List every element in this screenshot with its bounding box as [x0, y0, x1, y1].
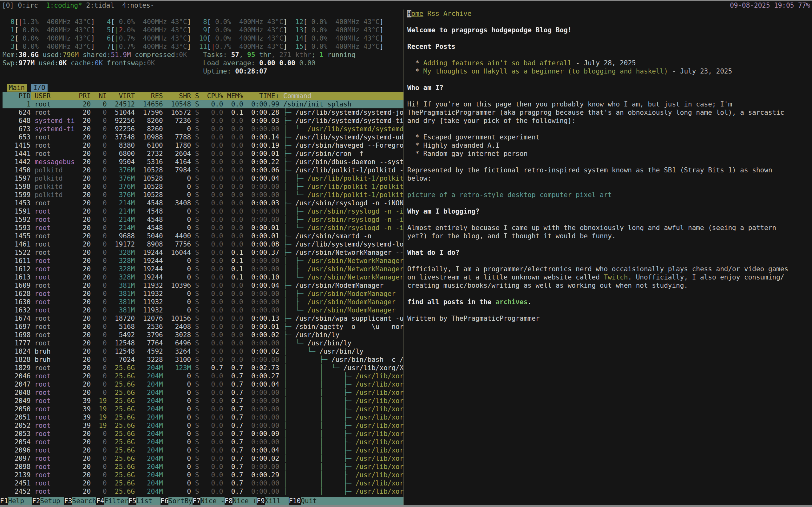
cpu-percent: 1.3% [22, 18, 39, 26]
process-row[interactable]: 1450 polkitd 20 0 376M 10528 7984 S 0.0 … [3, 166, 403, 174]
meter-segment: 57 [231, 51, 239, 59]
column-header-command[interactable]: Command [283, 92, 311, 100]
process-row[interactable]: 1453 root 20 0 214M 4548 3408 S 0.0 0.0 … [3, 199, 403, 207]
process-row[interactable]: 1828 bruh 20 0 7024 3228 3100 S 0.0 0.0 … [3, 355, 403, 364]
tmux-window-segment[interactable]: 2:tidal 4:notes- [82, 2, 154, 9]
fkey-f2[interactable]: F2Setup [32, 497, 64, 505]
column-header-pri[interactable]: PRI [79, 92, 91, 100]
fkey-f9[interactable]: F9Kill [257, 497, 289, 505]
process-row[interactable]: 673 systemd-ti 20 0 92256 8260 0 S 0.0 0… [3, 125, 403, 133]
column-header-s[interactable]: S [195, 92, 199, 100]
cell-command: /usr/lib/xorg [356, 381, 403, 388]
process-row[interactable]: 1611 root 20 0 328M 19244 0 S 0.0 0.1 0:… [3, 257, 403, 265]
process-row[interactable]: 2054 root 20 0 25.6G 204M 0 S 0.0 0.7 0:… [3, 438, 403, 446]
tmux-window-segment[interactable]: 1:coding* [46, 2, 82, 9]
process-row[interactable]: 2049 root 39 19 25.6G 204M 0 S 0.0 0.7 0… [3, 397, 403, 405]
process-row[interactable]: 648 systemd-ti 20 0 92256 8260 7236 S 0.… [3, 117, 403, 125]
column-header-time[interactable]: TIME+ [247, 92, 279, 100]
process-row[interactable]: 653 root 20 0 37348 10988 7788 S 0.0 0.0… [3, 133, 403, 141]
process-row[interactable]: 1 root 20 0 24512 14656 10548 S 0.0 0.0 … [3, 100, 403, 108]
process-row[interactable]: 1777 root 20 0 12548 7764 6496 S 0.0 0.0… [3, 339, 403, 347]
process-row[interactable]: 2452 root 20 0 25.6G 204M 0 S 0.0 0.7 0:… [3, 487, 403, 496]
cell-pri: 20 [79, 389, 91, 397]
browser-line [407, 306, 812, 314]
process-row[interactable]: 1632 root 20 0 381M 11932 0 S 0.0 0.0 0:… [3, 306, 403, 314]
link[interactable]: ome [411, 10, 423, 17]
process-row[interactable]: 2053 root 20 0 25.6G 204M 0 S 0.0 0.7 0:… [3, 430, 403, 438]
fkey-f6[interactable]: F6SortBy [160, 497, 193, 505]
fkey-f8[interactable]: F8Nice + [224, 497, 257, 505]
process-row[interactable]: 1598 polkitd 20 0 376M 10528 0 S 0.0 0.0… [3, 182, 403, 191]
link[interactable]: Rss [427, 10, 439, 17]
cell-ni: 0 [95, 207, 107, 216]
process-row[interactable]: 2052 root 39 19 25.6G 204M 0 S 0.0 0.7 0… [3, 421, 403, 430]
process-row[interactable]: 2098 root 20 0 25.6G 204M 0 S 0.0 0.7 0:… [3, 463, 403, 471]
fkey-f4[interactable]: F4Filter [96, 497, 128, 505]
fkey-f10[interactable]: F10Quit [289, 497, 325, 505]
fkey-label: Filter [104, 497, 129, 505]
fkey-f3[interactable]: F3Search [64, 497, 96, 505]
process-row[interactable]: 2048 root 20 0 25.6G 204M 0 S 0.0 0.7 0:… [3, 389, 403, 397]
fkey-f5[interactable]: F5List [129, 497, 160, 505]
column-header-mem[interactable]: MEM% [227, 92, 243, 100]
process-row[interactable]: 1592 root 20 0 214M 4548 0 S 0.0 0.0 0:0… [3, 216, 403, 224]
cell-s: S [195, 199, 199, 207]
cell-cpu: 0.0 [203, 232, 223, 240]
link[interactable]: Twitch [604, 274, 628, 281]
cell-pri: 20 [79, 108, 91, 117]
column-header-user[interactable]: USER [35, 92, 74, 100]
cell-pid: 1609 [3, 281, 31, 290]
htop-tab-main[interactable]: Main [7, 84, 27, 92]
cell-command: /usr/bin/ly [307, 339, 351, 347]
process-row[interactable]: 1609 root 20 0 381M 11932 10396 S 0.0 0.… [3, 281, 403, 290]
cell-user: root [35, 479, 74, 487]
process-row[interactable]: 2139 root 20 0 25.6G 204M 0 S 0.0 0.7 0:… [3, 471, 403, 479]
process-row[interactable]: 1593 root 20 0 214M 4548 0 S 0.0 0.0 0:0… [3, 224, 403, 232]
htop-tab-io[interactable]: I/O [31, 84, 48, 92]
link[interactable]: H [407, 10, 411, 17]
process-row[interactable]: 1441 root 20 0 6800 2732 2604 S 0.0 0.0 … [3, 150, 403, 158]
column-header-shr[interactable]: SHR [167, 92, 191, 100]
process-row[interactable]: 1461 root 20 0 19172 8908 7756 S 0.0 0.0… [3, 240, 403, 248]
column-header-res[interactable]: RES [139, 92, 163, 100]
column-header-virt[interactable]: VIRT [111, 92, 135, 100]
process-row[interactable]: 1829 root 20 0 25.6G 204M 123M S 0.7 0.7… [3, 364, 403, 372]
process-row[interactable]: 2096 root 20 0 25.6G 204M 0 S 0.0 0.7 0:… [3, 446, 403, 454]
cell-shr: 0 [167, 389, 191, 397]
link[interactable]: Adding features ain't so bad afterall [423, 59, 572, 67]
process-row[interactable]: 1698 root 20 0 5492 3796 3028 S 0.0 0.0 … [3, 331, 403, 339]
link[interactable]: My thoughts on Hakyll as a beginner (to … [423, 67, 668, 75]
process-row[interactable]: 1597 polkitd 20 0 376M 10528 0 S 0.0 0.0… [3, 174, 403, 182]
cell-s: S [195, 182, 199, 191]
process-row[interactable]: 1824 bruh 20 0 12548 4592 3264 S 0.0 0.0… [3, 347, 403, 355]
process-row[interactable]: 1612 root 20 0 328M 19244 0 S 0.0 0.1 0:… [3, 265, 403, 273]
process-row[interactable]: 1697 root 20 0 5168 2536 2408 S 0.0 0.0 … [3, 323, 403, 331]
process-row[interactable]: 624 root 20 0 51044 17596 16572 S 0.0 0.… [3, 108, 403, 117]
process-row[interactable]: 1442 messagebus 20 0 9504 5316 4164 S 0.… [3, 158, 403, 166]
process-row[interactable]: 1628 root 20 0 381M 11932 0 S 0.0 0.0 0:… [3, 290, 403, 298]
column-header-cpu[interactable]: CPU% [203, 92, 223, 100]
process-row[interactable]: 1591 root 20 0 214M 4548 0 S 0.0 0.0 0:0… [3, 207, 403, 216]
cpu-number: 6 [103, 34, 111, 43]
process-row[interactable]: 1415 root 20 0 8380 6100 1780 S 0.0 0.0 … [3, 141, 403, 150]
process-row[interactable]: 2050 root 39 19 25.6G 204M 0 S 0.0 0.7 0… [3, 405, 403, 413]
process-row[interactable]: 1599 polkitd 20 0 376M 10528 0 S 0.0 0.0… [3, 191, 403, 199]
process-row[interactable]: 2097 root 20 0 25.6G 204M 0 S 0.0 0.7 0:… [3, 454, 403, 463]
column-header-pid[interactable]: PID [3, 92, 31, 100]
process-row[interactable]: 1630 root 20 0 381M 11932 0 S 0.0 0.0 0:… [3, 298, 403, 306]
cpu-number: 13 [295, 26, 303, 34]
fkey-f7[interactable]: F7Nice - [193, 497, 224, 505]
process-row[interactable]: 1613 root 20 0 328M 19244 0 S 0.0 0.1 0:… [3, 273, 403, 281]
process-row[interactable]: 2051 root 39 19 25.6G 204M 0 S 0.0 0.7 0… [3, 413, 403, 421]
process-row[interactable]: 2451 root 20 0 25.6G 204M 0 S 0.0 0.7 0:… [3, 479, 403, 487]
column-header-ni[interactable]: NI [95, 92, 107, 100]
cpu-percent: 0.0% [119, 18, 135, 26]
process-row[interactable]: 2046 root 20 0 25.6G 204M 0 S 0.0 0.7 0:… [3, 372, 403, 380]
process-row[interactable]: 1455 root 20 0 9688 5040 4400 S 0.0 0.0 … [3, 232, 403, 240]
process-row[interactable]: 1674 root 20 0 18720 12076 10156 S 0.0 0… [3, 314, 403, 323]
process-row[interactable]: 1522 root 20 0 328M 19244 16044 S 0.0 0.… [3, 248, 403, 257]
link[interactable]: Archive [444, 10, 472, 17]
process-row[interactable]: 2047 root 20 0 25.6G 204M 0 S 0.0 0.7 0:… [3, 380, 403, 389]
tmux-window-segment[interactable]: [0] 0:irc [2, 2, 46, 9]
fkey-f1[interactable]: F1Help [0, 497, 32, 505]
